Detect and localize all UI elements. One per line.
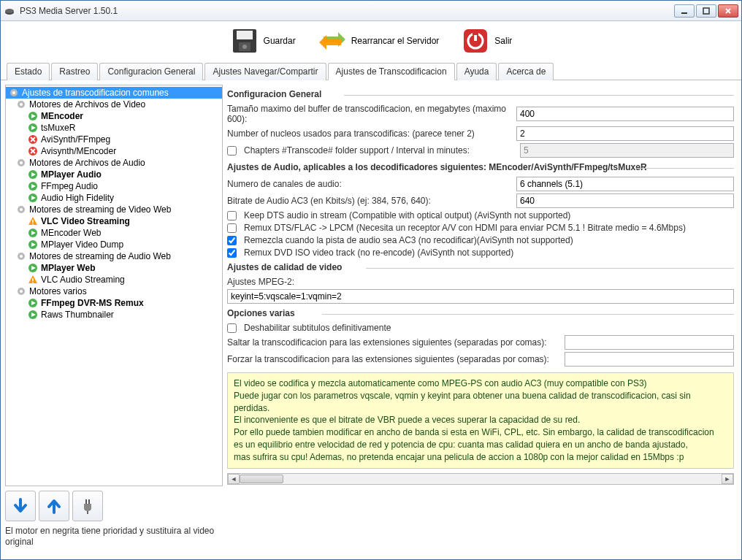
keep-dts-checkbox[interactable]: [227, 211, 237, 220]
buffer-input[interactable]: [516, 107, 734, 121]
svg-rect-41: [88, 499, 90, 504]
tree-group[interactable]: Motores de streaming de Audio Web: [6, 250, 222, 262]
tree-root-item[interactable]: Ajustes de transcodificacion comunes: [6, 87, 222, 99]
scroll-right-arrow[interactable]: ►: [722, 474, 733, 484]
move-down-button[interactable]: [5, 491, 36, 521]
app-window: PS3 Media Server 1.50.1 Guardar Rearranc…: [0, 0, 742, 560]
remix-ac3-checkbox[interactable]: [227, 236, 237, 245]
chapters-input: [520, 143, 734, 158]
plug-icon: [78, 496, 97, 515]
cores-input[interactable]: [516, 126, 734, 141]
svg-point-21: [20, 161, 23, 164]
force-ext-label: Forzar la transcodificacion para las ext…: [227, 354, 560, 364]
svg-rect-34: [32, 278, 34, 281]
force-ext-input[interactable]: [565, 352, 734, 367]
tree-engine-item[interactable]: FFmpeg DVR-MS Remux: [6, 297, 222, 309]
app-icon: [4, 5, 15, 17]
svg-rect-11: [473, 31, 478, 35]
svg-rect-35: [32, 282, 34, 283]
restart-icon: [318, 26, 347, 55]
restart-button[interactable]: Rearrancar el Servidor: [312, 25, 445, 57]
horizontal-scrollbar[interactable]: ◄ ►: [227, 473, 734, 485]
tree-group[interactable]: Motores de Archivos de Video: [6, 99, 222, 110]
section-misc-title: Opciones varias: [227, 308, 734, 320]
tree-engine-item[interactable]: tsMuxeR: [6, 122, 222, 134]
svg-point-15: [20, 103, 23, 106]
mpeg2-input[interactable]: [227, 289, 734, 304]
floppy-icon: [230, 26, 259, 55]
remux-dvd-iso-checkbox[interactable]: [227, 248, 237, 258]
save-button[interactable]: Guardar: [224, 25, 302, 57]
tree-engine-item[interactable]: AviSynth/FFmpeg: [6, 134, 222, 145]
disable-subs-label: Deshabilitar subtitulos definitivamente: [244, 323, 391, 333]
window-title: PS3 Media Server 1.50.1: [20, 6, 674, 16]
bitrate-input[interactable]: [516, 193, 734, 208]
arrow-down-icon: [11, 496, 30, 515]
svg-rect-27: [32, 220, 34, 223]
tab-rastreo[interactable]: Rastreo: [51, 63, 98, 80]
svg-rect-28: [32, 223, 34, 225]
tree-engine-item[interactable]: MPlayer Video Dump: [6, 239, 222, 250]
help-text-box: El video se codifica y mezcla automatica…: [227, 372, 734, 469]
scroll-left-arrow[interactable]: ◄: [228, 474, 240, 484]
section-general-title: Configuracion General: [227, 89, 734, 101]
tree-group[interactable]: Motores de streaming de Video Web: [6, 204, 222, 215]
remux-dts-flac-label: Remux DTS/FLAC -> LPCM (Necesita un rece…: [244, 223, 686, 233]
tree-engine-item[interactable]: VLC Video Streaming: [6, 215, 222, 227]
channels-input[interactable]: [516, 177, 734, 191]
svg-rect-42: [87, 511, 88, 514]
keep-dts-label: Keep DTS audio in stream (Compatible wit…: [244, 210, 570, 220]
disable-subs-checkbox[interactable]: [227, 323, 237, 333]
engine-tree[interactable]: Ajustes de transcodificacion comunesMoto…: [5, 85, 223, 486]
move-up-button[interactable]: [39, 491, 69, 521]
svg-point-26: [20, 208, 23, 211]
toolbar: Guardar Rearrancar el Servidor Salir: [1, 21, 741, 61]
section-audio-title: Ajustes de Audio, aplicables a los decod…: [227, 162, 734, 174]
mpeg2-label: Ajustes MPEG-2:: [227, 277, 294, 287]
tab-estado[interactable]: Estado: [7, 63, 50, 80]
tab-acerca-de[interactable]: Acerca de: [498, 63, 554, 80]
remux-dvd-iso-label: Remux DVD ISO video track (no re-encode)…: [244, 248, 513, 258]
tree-engine-item[interactable]: MPlayer Audio: [6, 169, 222, 180]
tree-engine-item[interactable]: FFmpeg Audio: [6, 180, 222, 192]
cores-label: Number of nucleos usados para transcodif…: [227, 129, 512, 139]
tree-group[interactable]: Motores de Archivos de Audio: [6, 157, 222, 169]
tree-engine-item[interactable]: Avisynth/MEncoder: [6, 145, 222, 157]
tree-engine-item[interactable]: Raws Thumbnailer: [6, 309, 222, 321]
restart-label: Rearrancar el Servidor: [351, 36, 440, 46]
svg-rect-40: [85, 499, 87, 504]
chapters-label: Chapters #Transcode# folder support / In…: [244, 145, 516, 156]
tree-engine-item[interactable]: MEncoder Web: [6, 227, 222, 239]
toggle-engine-button[interactable]: [72, 491, 103, 521]
svg-rect-3: [703, 8, 709, 14]
quit-button[interactable]: Salir: [455, 25, 518, 57]
arrow-up-icon: [45, 496, 64, 515]
buffer-label: Tamaño maximo del buffer de transcodific…: [227, 104, 512, 124]
minimize-button[interactable]: [674, 4, 695, 18]
skip-ext-input[interactable]: [565, 335, 734, 350]
svg-point-1: [5, 9, 14, 13]
bitrate-label: Bitrate de Audio AC3 (en Kbits/s) (ej: 3…: [227, 196, 512, 206]
chapters-checkbox[interactable]: [227, 146, 237, 156]
quit-label: Salir: [494, 36, 512, 46]
tree-engine-item[interactable]: MPlayer Web: [6, 262, 222, 274]
maximize-button[interactable]: [696, 4, 716, 18]
tree-group[interactable]: Motores varios: [6, 285, 222, 297]
settings-panel: Configuracion General Tamaño maximo del …: [227, 85, 737, 548]
tree-engine-item[interactable]: MEncoder: [6, 110, 222, 122]
svg-point-32: [20, 255, 23, 258]
tab-ayuda[interactable]: Ayuda: [456, 63, 497, 80]
remux-dts-flac-checkbox[interactable]: [227, 223, 237, 233]
scroll-thumb[interactable]: [240, 475, 283, 483]
tab-transcodificacion[interactable]: Ajustes de Transcodificacion: [328, 63, 455, 80]
channels-label: Numero de canales de audio:: [227, 179, 512, 189]
close-button[interactable]: [718, 4, 738, 18]
tree-engine-item[interactable]: VLC Audio Streaming: [6, 274, 222, 285]
tab-navegar-compartir[interactable]: Ajustes Navegar/Compartir: [204, 63, 326, 80]
tree-engine-item[interactable]: Audio High Fidelity: [6, 192, 222, 204]
svg-point-13: [12, 91, 15, 94]
tab-bar: Estado Rastreo Configuracion General Aju…: [1, 62, 741, 80]
tab-config-general[interactable]: Configuracion General: [99, 63, 203, 80]
power-icon: [461, 26, 490, 55]
svg-point-7: [242, 45, 247, 49]
